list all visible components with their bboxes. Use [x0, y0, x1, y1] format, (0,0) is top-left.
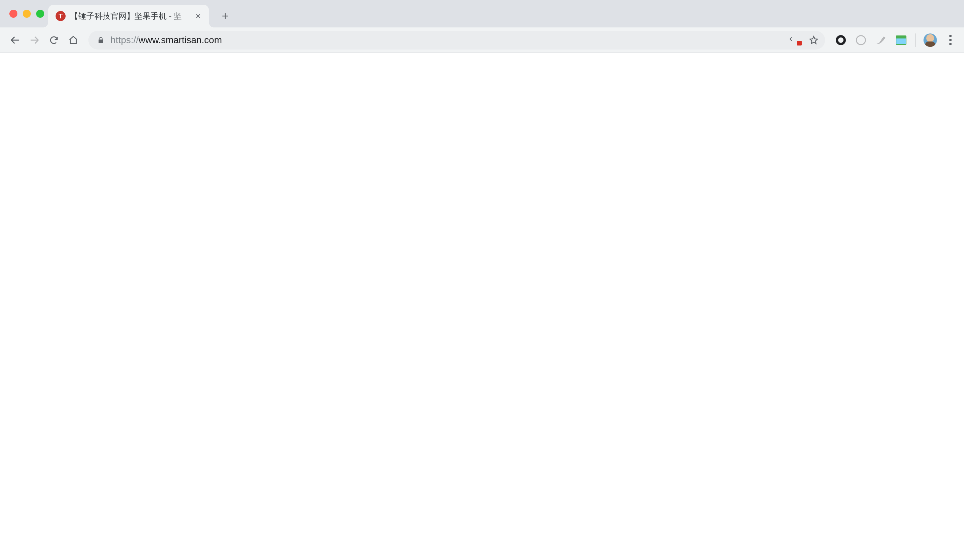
reload-button[interactable] [45, 31, 63, 49]
tab-close-button[interactable] [194, 11, 203, 21]
extension-button-1[interactable] [832, 32, 849, 49]
reload-icon [49, 35, 59, 45]
bookmark-button[interactable] [807, 34, 821, 47]
window-maximize-button[interactable] [36, 10, 44, 18]
home-icon [68, 35, 78, 45]
close-icon [195, 13, 201, 19]
kebab-menu-icon [949, 35, 952, 45]
bird-icon [876, 35, 886, 45]
code-error-icon: ‹ [790, 35, 801, 45]
arrow-right-icon [29, 34, 40, 46]
back-button[interactable] [6, 31, 24, 49]
forward-button[interactable] [25, 31, 44, 49]
extensions-area [829, 32, 959, 49]
home-button[interactable] [64, 31, 82, 49]
new-tab-button[interactable] [216, 7, 234, 25]
avatar-icon [923, 34, 937, 47]
tab-strip: T 【锤子科技官网】坚果手机 - 坚 [0, 0, 964, 28]
window-close-button[interactable] [9, 10, 18, 18]
favicon-letter: T [59, 12, 63, 20]
extension-button-4[interactable] [893, 32, 909, 49]
window-minimize-button[interactable] [23, 10, 31, 18]
address-bar[interactable]: https://www.smartisan.com ‹ [88, 31, 825, 50]
toolbar-divider [915, 34, 916, 47]
page-content [0, 53, 964, 560]
circle-thin-icon [856, 35, 866, 45]
profile-avatar-button[interactable] [922, 32, 939, 49]
browser-menu-button[interactable] [942, 32, 959, 49]
window-mini-icon [896, 36, 907, 45]
plus-icon [221, 12, 230, 20]
browser-chrome: T 【锤子科技官网】坚果手机 - 坚 [0, 0, 964, 53]
circle-bold-icon [836, 35, 846, 45]
lock-icon[interactable] [97, 36, 104, 44]
window-controls [9, 10, 44, 18]
browser-tab[interactable]: T 【锤子科技官网】坚果手机 - 坚 [48, 5, 209, 28]
tab-favicon: T [55, 11, 66, 21]
translate-or-devtools-button[interactable]: ‹ [789, 34, 802, 47]
omnibox-actions: ‹ [789, 34, 821, 47]
tab-title: 【锤子科技官网】坚果手机 - 坚 [70, 11, 189, 21]
extension-button-2[interactable] [853, 32, 869, 49]
extension-button-3[interactable] [873, 32, 889, 49]
url-text: https://www.smartisan.com [111, 35, 783, 45]
star-icon [809, 35, 819, 45]
tabs-area: T 【锤子科技官网】坚果手机 - 坚 [48, 0, 234, 28]
url-scheme: https:// [111, 35, 138, 45]
toolbar: https://www.smartisan.com ‹ [0, 28, 964, 53]
arrow-left-icon [9, 34, 21, 46]
url-host: www.smartisan.com [138, 35, 222, 45]
